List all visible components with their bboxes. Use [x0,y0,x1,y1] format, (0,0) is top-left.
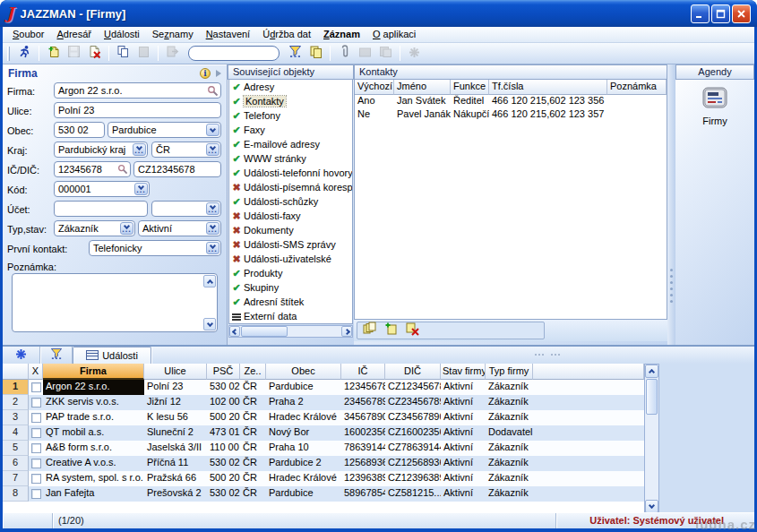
related-item[interactable]: ✔WWW stránky [229,151,352,166]
kraj-combo[interactable]: Pardubický kraj ... [54,142,148,158]
toolbar-grip[interactable] [7,47,10,61]
scroll-left-button[interactable] [229,326,240,337]
dropdown-button[interactable]: ... [206,143,219,156]
row-checkbox[interactable] [31,443,41,453]
tab-filter[interactable] [40,347,73,364]
column-header-stav[interactable]: Stav firmy [441,364,486,380]
dropdown-button[interactable]: ... [206,222,219,235]
scroll-up-button[interactable] [203,275,216,287]
menu-o-aplikaci[interactable]: O aplikaci [366,27,422,42]
prvni-kontakt-combo[interactable]: Telefonicky ... [89,240,221,256]
column-header-firma[interactable]: Firma [43,364,144,380]
maximize-button[interactable] [711,4,730,23]
disabled-button-2[interactable] [375,45,396,63]
scrollbar-thumb[interactable] [646,379,658,415]
related-item[interactable]: ✖Události-písemná korespondence [229,180,352,194]
column-header-typ[interactable]: Typ firmy [486,364,533,380]
scrollbar-track[interactable] [645,416,658,500]
table-row[interactable]: 1Argon 22 s.r.o.Polní 23530 02ČRPardubic… [3,380,644,395]
copy-all-button[interactable] [363,322,378,339]
related-item[interactable]: ✖Dokumenty [229,223,352,237]
ucet-input[interactable] [54,201,148,217]
attachment-button[interactable] [334,45,355,63]
dropdown-button[interactable]: ... [120,222,133,235]
filter-button[interactable] [285,45,305,63]
column-header-ic[interactable]: IČ [341,364,385,380]
column-header-dic[interactable]: DIČ [385,364,441,380]
related-item[interactable]: ✔Telefony [229,108,352,123]
close-button[interactable] [732,4,751,23]
row-checkbox[interactable] [31,413,41,423]
related-item[interactable]: ✔Adresní štítek [229,295,352,309]
kod-combo[interactable]: 000001 ... [54,181,150,197]
related-item[interactable]: ✔Skupiny [229,280,352,295]
ulice-input[interactable]: Polní 23 [54,102,221,118]
related-hscrollbar[interactable] [228,325,353,338]
contact-row[interactable]: NePavel JanákNákupčí466 120 215,602 123 … [355,108,667,122]
zeme-combo[interactable]: ČR ... [151,142,221,158]
table-row[interactable]: 4QT mobil a.s.Sluneční 2473 01ČRNový Bor… [3,425,644,441]
ucet-bank-combo[interactable]: ... [151,201,221,217]
column-header[interactable]: Jméno [394,80,451,95]
menu-udrzba-dat[interactable]: Údržba dat [256,27,317,42]
menu-soubor[interactable]: Soubor [6,27,50,42]
dropdown-button[interactable]: ... [133,143,146,156]
table-row[interactable]: 8Jan FafejtaPrešovská 2530 02ČRPardubice… [3,486,644,502]
column-header-ulice[interactable]: Ulice [144,364,207,380]
minimize-button[interactable] [691,4,710,23]
table-row[interactable]: 2ZKK servis v.o.s.Jižní 12102 00ČRPraha … [3,395,644,410]
expand-arrow-icon[interactable] [216,70,221,77]
add-contact-button[interactable] [384,322,399,339]
special-button[interactable] [404,45,425,63]
column-header-zeme[interactable]: Ze.. [240,364,266,380]
menu-nastaveni[interactable]: Nastavení [200,27,257,42]
row-checkbox[interactable] [31,474,41,484]
related-item[interactable]: ✔Adresy [229,80,352,94]
ic-input[interactable]: 12345678 [54,161,131,177]
row-checkbox[interactable] [31,382,41,392]
dropdown-button[interactable]: ... [206,202,219,215]
table-row[interactable]: 6Creative A v.o.s.Příčná 11530 02ČRPardu… [3,456,644,471]
column-header-x[interactable]: X [29,364,43,380]
related-item[interactable]: ✖Události-SMS zprávy [229,237,352,252]
related-item[interactable]: ✖Události-faxy [229,209,352,223]
exit-record-button[interactable] [162,45,183,63]
related-item[interactable]: ✔Události-telefonní hovory [229,166,352,180]
menu-udalosti[interactable]: Události [98,27,146,42]
agenda-item-firmy[interactable]: Firmy [675,86,754,126]
column-header-obec[interactable]: Obec [266,364,341,380]
dropdown-button[interactable] [206,124,219,136]
run-button[interactable] [14,45,35,63]
stav-combo[interactable]: Aktivní ... [138,220,221,236]
column-header-psc[interactable]: PSČ [207,364,240,380]
poznamka-textarea[interactable] [12,273,218,332]
delete-record-button[interactable] [84,45,105,63]
menu-adresar[interactable]: Adresář [50,27,98,42]
table-row[interactable]: 7RA system, spol. s r.o.Pražská 66500 20… [3,471,644,486]
table-row[interactable]: 5A&B form s.r.o.Jaselská 3/II110 00ČRPra… [3,441,644,456]
contact-row[interactable]: AnoJan SvátekŘeditel466 120 215,602 123 … [355,95,667,108]
firma-input[interactable]: Argon 22 s.r.o. [54,82,221,99]
related-item[interactable]: ✔E-mailové adresy [229,137,352,151]
column-header[interactable]: Poznámka [607,80,667,95]
column-header[interactable]: Funkce [451,80,489,95]
typ-combo[interactable]: Zákazník ... [54,220,135,236]
dic-input[interactable]: CZ12345678 [133,161,221,177]
lookup-icon[interactable] [117,164,128,177]
related-item[interactable]: ✔Produkty [229,266,352,280]
search-input[interactable] [188,46,280,61]
row-checkbox[interactable] [31,428,41,438]
scroll-up-button[interactable] [645,365,658,378]
related-item[interactable]: ✔Události-schůzky [229,194,352,209]
related-item[interactable]: ✔Faxy [229,123,352,137]
table-row[interactable]: 3PAP trade s.r.o.K lesu 56500 20ČRHradec… [3,410,644,425]
column-header[interactable]: Tf.čísla [489,80,607,95]
scroll-down-button[interactable] [645,500,658,513]
psc-input[interactable]: 530 02 [54,122,105,138]
row-checkbox[interactable] [31,459,41,468]
menu-seznamy[interactable]: Seznamy [146,27,200,42]
delete-contact-button[interactable] [405,322,420,339]
save-button[interactable] [64,45,84,63]
scrollbar-thumb[interactable] [241,326,288,337]
new-record-button[interactable] [43,45,64,63]
